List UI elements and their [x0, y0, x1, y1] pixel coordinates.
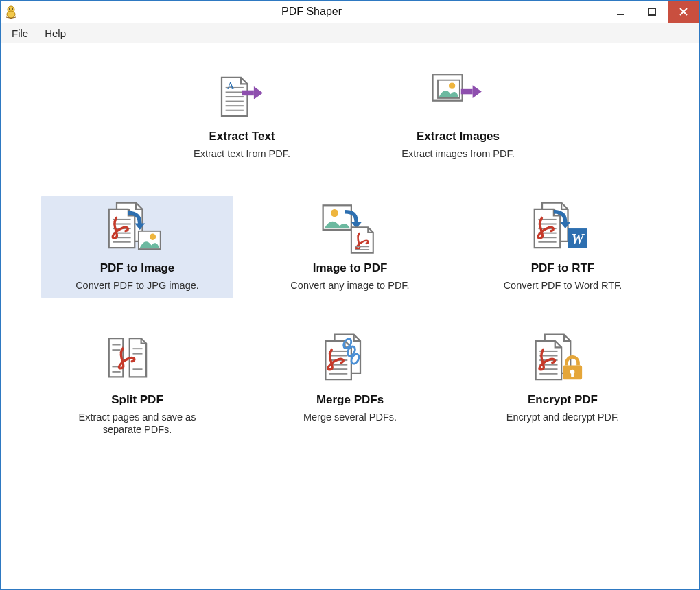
- titlebar: PDF Shaper: [1, 1, 699, 23]
- tile-desc: Extract images from PDF.: [401, 148, 514, 160]
- maximize-button[interactable]: [636, 1, 668, 23]
- tile-desc: Convert PDF to Word RTF.: [504, 279, 622, 292]
- close-button[interactable]: [668, 1, 699, 23]
- image-to-pdf-icon: [319, 202, 381, 256]
- tile-title: Image to PDF: [313, 261, 388, 275]
- tile-pdf-to-image[interactable]: PDF to Image Convert PDF to JPG image.: [41, 196, 233, 298]
- svg-point-18: [7, 11, 15, 18]
- split-pdf-icon: [106, 334, 168, 388]
- tile-title: PDF to RTF: [531, 261, 595, 275]
- tile-desc: Encrypt and decrypt PDF.: [506, 411, 619, 423]
- minimize-button[interactable]: [605, 1, 636, 23]
- window-title: PDF Shaper: [19, 5, 605, 18]
- tile-desc: Convert PDF to JPG image.: [75, 279, 199, 292]
- window-buttons: [605, 1, 699, 23]
- tile-desc: Convert any image to PDF.: [290, 279, 409, 292]
- app-icon: [5, 5, 19, 19]
- tile-title: Extract Images: [417, 130, 500, 143]
- menu-file[interactable]: File: [3, 26, 36, 40]
- tile-row-2: PDF to Image Convert PDF to JPG image.: [41, 196, 659, 298]
- tile-extract-text[interactable]: A Extract Text Extract text from PDF.: [144, 64, 340, 167]
- svg-point-26: [331, 209, 338, 217]
- encrypt-pdf-icon: [532, 334, 594, 388]
- tile-merge-pdfs[interactable]: Merge PDFs Merge several PDFs.: [254, 327, 446, 442]
- tile-row-1: A Extract Text Extract text from PDF. Ex…: [144, 64, 556, 167]
- tile-row-3: Split PDF Extract pages and save as sepa…: [41, 327, 659, 442]
- menubar: File Help: [1, 23, 699, 43]
- svg-text:A: A: [226, 80, 234, 91]
- tile-extract-images[interactable]: Extract Images Extract images from PDF.: [360, 64, 556, 167]
- pdf-to-image-icon: [106, 202, 168, 256]
- pdf-to-rtf-icon: [532, 202, 594, 256]
- svg-point-17: [12, 8, 13, 10]
- tile-title: Split PDF: [111, 393, 163, 407]
- tile-desc: Merge several PDFs.: [303, 411, 397, 423]
- app-window: PDF Shaper File Help A: [0, 0, 700, 590]
- extract-text-icon: A: [211, 71, 273, 124]
- svg-point-16: [9, 8, 10, 10]
- tile-title: PDF to Image: [100, 261, 175, 275]
- tile-image-to-pdf[interactable]: Image to PDF Convert any image to PDF.: [254, 196, 446, 298]
- tile-desc: Extract text from PDF.: [194, 148, 290, 160]
- extract-images-icon: [428, 71, 489, 124]
- tile-title: Extract Text: [209, 130, 275, 143]
- menu-help[interactable]: Help: [36, 26, 74, 40]
- tile-encrypt-pdf[interactable]: Encrypt PDF Encrypt and decrypt PDF.: [467, 327, 659, 442]
- tile-title: Encrypt PDF: [528, 393, 598, 407]
- tile-title: Merge PDFs: [316, 393, 384, 407]
- tile-pdf-to-rtf[interactable]: PDF to RTF Convert PDF to Word RTF.: [467, 196, 659, 298]
- merge-pdfs-icon: [319, 334, 381, 388]
- tile-split-pdf[interactable]: Split PDF Extract pages and save as sepa…: [41, 327, 233, 442]
- tile-desc: Extract pages and save as separate PDFs.: [65, 411, 209, 436]
- client-area: A Extract Text Extract text from PDF. Ex…: [1, 43, 699, 589]
- svg-rect-20: [649, 8, 655, 15]
